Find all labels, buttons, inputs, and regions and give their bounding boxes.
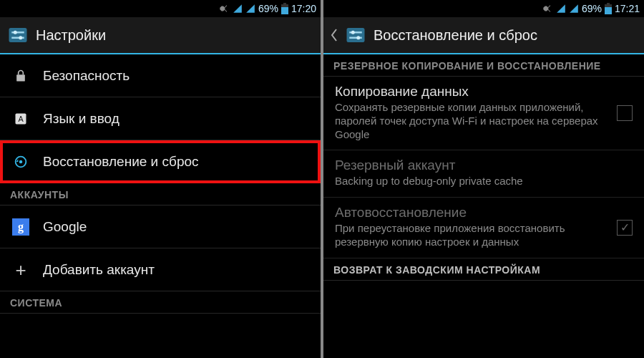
screen-backup-reset: 69% 17:21 Восстановление и сброс РЕЗЕРВН… (323, 0, 644, 358)
mute-icon (218, 4, 228, 14)
status-bar: 69% 17:20 (0, 0, 321, 17)
clock: 17:21 (615, 3, 640, 14)
row-label: Восстановление и сброс (43, 154, 199, 170)
svg-rect-1 (281, 7, 288, 14)
action-bar: Восстановление и сброс (323, 17, 644, 54)
category-accounts: АККАУНТЫ (0, 183, 321, 205)
settings-icon (345, 24, 366, 46)
settings-icon (7, 24, 29, 46)
svg-point-6 (14, 31, 17, 34)
lock-icon (11, 68, 30, 84)
signal-icon (233, 4, 243, 14)
category-backup-restore: РЕЗЕРВНОЕ КОПИРОВАНИЕ И ВОССТАНОВЛЕНИЕ (323, 54, 644, 77)
row-security[interactable]: Безопасность (0, 54, 321, 97)
pref-summary: При переустановке приложения восстановит… (335, 222, 633, 249)
pref-title: Копирование данных (335, 84, 633, 100)
svg-text:A: A (18, 115, 24, 123)
battery-icon (281, 3, 288, 14)
signal-icon-2 (245, 4, 255, 14)
pref-summary: Сохранять резервные копии данных приложе… (335, 101, 633, 141)
svg-rect-2 (283, 3, 286, 4)
row-account-google[interactable]: g Google (0, 205, 321, 248)
row-label: Добавить аккаунт (43, 262, 155, 278)
category-factory-reset: ВОЗВРАТ К ЗАВОДСКИМ НАСТРОЙКАМ (323, 258, 644, 281)
row-label: Язык и ввод (43, 111, 119, 127)
settings-list[interactable]: Безопасность A Язык и ввод Восстановлени… (0, 54, 321, 358)
checkbox-checked (617, 220, 633, 236)
back-icon[interactable] (331, 29, 338, 42)
pref-title: Автовосстановление (335, 205, 633, 221)
svg-rect-15 (607, 3, 610, 4)
screen-settings-main: 69% 17:20 Настройки Безопасность A Язык … (0, 0, 321, 358)
row-backup-reset[interactable]: Восстановление и сброс (0, 140, 321, 183)
status-bar: 69% 17:21 (323, 0, 644, 17)
language-icon: A (11, 112, 30, 126)
plus-icon: + (11, 261, 30, 279)
svg-point-19 (351, 31, 355, 34)
battery-percent: 69% (582, 3, 602, 14)
row-label: Безопасность (43, 68, 130, 84)
svg-point-7 (19, 36, 22, 39)
pref-backup-account: Резервный аккаунт Backing up to debug-on… (323, 150, 644, 198)
restore-icon (11, 154, 30, 170)
page-title: Настройки (36, 27, 106, 44)
svg-point-12 (19, 160, 23, 163)
svg-rect-8 (16, 74, 25, 81)
row-language-input[interactable]: A Язык и ввод (0, 97, 321, 140)
page-title: Восстановление и сброс (374, 27, 537, 44)
svg-rect-14 (605, 7, 612, 14)
signal-icon-2 (569, 4, 579, 14)
row-add-account[interactable]: + Добавить аккаунт (0, 248, 321, 291)
prefs-list[interactable]: РЕЗЕРВНОЕ КОПИРОВАНИЕ И ВОССТАНОВЛЕНИЕ К… (323, 54, 644, 358)
clock: 17:20 (291, 3, 316, 14)
google-icon: g (11, 218, 30, 236)
category-system: СИСТЕМА (0, 291, 321, 314)
battery-percent: 69% (258, 3, 278, 14)
pref-summary: Backing up to debug-only private cache (335, 175, 633, 188)
svg-rect-3 (9, 28, 27, 42)
pref-backup-data[interactable]: Копирование данных Сохранять резервные к… (323, 77, 644, 150)
svg-rect-16 (347, 28, 365, 42)
checkbox-unchecked[interactable] (617, 105, 633, 121)
svg-point-20 (356, 36, 360, 39)
battery-icon (605, 3, 612, 14)
mute-icon (542, 4, 552, 14)
pref-auto-restore: Автовосстановление При переустановке при… (323, 198, 644, 258)
action-bar: Настройки (0, 17, 321, 54)
signal-icon (556, 4, 566, 14)
row-label: Google (43, 219, 87, 235)
pref-title: Резервный аккаунт (335, 158, 633, 173)
